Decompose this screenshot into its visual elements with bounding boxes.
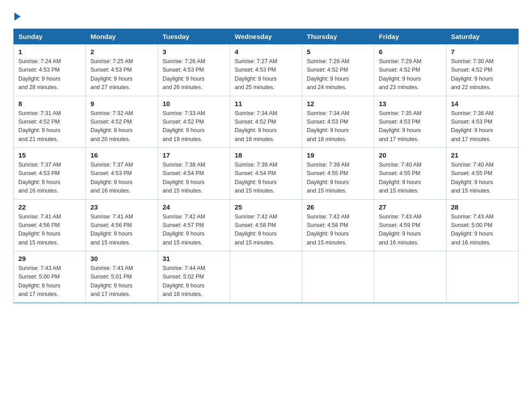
day-info: Sunrise: 7:27 AMSunset: 4:53 PMDaylight:… xyxy=(235,57,297,92)
day-info: Sunrise: 7:34 AMSunset: 4:52 PMDaylight:… xyxy=(235,109,297,144)
calendar-header-row: SundayMondayTuesdayWednesdayThursdayFrid… xyxy=(14,29,519,44)
calendar-cell: 7Sunrise: 7:30 AMSunset: 4:52 PMDaylight… xyxy=(446,44,519,96)
day-info: Sunrise: 7:28 AMSunset: 4:52 PMDaylight:… xyxy=(307,57,369,92)
day-number: 8 xyxy=(18,100,81,107)
calendar-week-row: 8Sunrise: 7:31 AMSunset: 4:52 PMDaylight… xyxy=(14,96,519,148)
day-info: Sunrise: 7:31 AMSunset: 4:52 PMDaylight:… xyxy=(18,109,81,144)
day-number: 11 xyxy=(235,100,297,107)
calendar-cell: 30Sunrise: 7:43 AMSunset: 5:01 PMDayligh… xyxy=(86,251,158,303)
day-number: 12 xyxy=(307,100,369,107)
day-info: Sunrise: 7:43 AMSunset: 5:01 PMDaylight:… xyxy=(90,264,153,299)
day-info: Sunrise: 7:42 AMSunset: 4:57 PMDaylight:… xyxy=(163,213,225,248)
day-info: Sunrise: 7:38 AMSunset: 4:54 PMDaylight:… xyxy=(163,161,225,196)
day-number: 24 xyxy=(163,203,225,211)
weekday-header-sunday: Sunday xyxy=(14,29,86,44)
day-number: 9 xyxy=(90,100,153,107)
day-number: 20 xyxy=(379,151,442,159)
logo xyxy=(13,9,21,21)
calendar-cell: 27Sunrise: 7:43 AMSunset: 4:59 PMDayligh… xyxy=(374,199,446,251)
day-info: Sunrise: 7:39 AMSunset: 4:54 PMDaylight:… xyxy=(235,161,297,196)
day-number: 26 xyxy=(307,203,369,211)
calendar-cell: 11Sunrise: 7:34 AMSunset: 4:52 PMDayligh… xyxy=(230,96,302,148)
day-info: Sunrise: 7:44 AMSunset: 5:02 PMDaylight:… xyxy=(163,264,225,299)
day-number: 7 xyxy=(451,48,514,56)
calendar-cell: 31Sunrise: 7:44 AMSunset: 5:02 PMDayligh… xyxy=(158,251,230,303)
calendar-cell: 28Sunrise: 7:43 AMSunset: 5:00 PMDayligh… xyxy=(446,199,519,251)
day-number: 17 xyxy=(163,151,225,159)
calendar-cell: 16Sunrise: 7:37 AMSunset: 4:53 PMDayligh… xyxy=(86,148,158,200)
day-number: 15 xyxy=(18,151,81,159)
calendar-cell: 13Sunrise: 7:35 AMSunset: 4:53 PMDayligh… xyxy=(374,96,446,148)
day-info: Sunrise: 7:41 AMSunset: 4:56 PMDaylight:… xyxy=(18,213,81,248)
calendar-cell xyxy=(302,251,374,303)
calendar-cell: 6Sunrise: 7:29 AMSunset: 4:52 PMDaylight… xyxy=(374,44,446,96)
weekday-header-thursday: Thursday xyxy=(302,29,374,44)
day-info: Sunrise: 7:43 AMSunset: 5:00 PMDaylight:… xyxy=(451,213,514,248)
calendar-cell xyxy=(230,251,302,303)
calendar-week-row: 15Sunrise: 7:37 AMSunset: 4:53 PMDayligh… xyxy=(14,148,519,200)
day-info: Sunrise: 7:26 AMSunset: 4:53 PMDaylight:… xyxy=(163,57,225,92)
calendar-cell: 1Sunrise: 7:24 AMSunset: 4:53 PMDaylight… xyxy=(14,44,86,96)
calendar-cell: 9Sunrise: 7:32 AMSunset: 4:52 PMDaylight… xyxy=(86,96,158,148)
calendar-cell xyxy=(374,251,446,303)
calendar-cell: 23Sunrise: 7:41 AMSunset: 4:56 PMDayligh… xyxy=(86,199,158,251)
day-info: Sunrise: 7:34 AMSunset: 4:53 PMDaylight:… xyxy=(307,109,369,144)
day-number: 16 xyxy=(90,151,153,159)
day-number: 22 xyxy=(18,203,81,211)
day-number: 31 xyxy=(163,255,225,262)
day-number: 30 xyxy=(90,255,153,262)
day-number: 5 xyxy=(307,48,369,56)
calendar-cell: 17Sunrise: 7:38 AMSunset: 4:54 PMDayligh… xyxy=(158,148,230,200)
calendar-cell: 21Sunrise: 7:40 AMSunset: 4:55 PMDayligh… xyxy=(446,148,519,200)
calendar-cell: 3Sunrise: 7:26 AMSunset: 4:53 PMDaylight… xyxy=(158,44,230,96)
day-info: Sunrise: 7:36 AMSunset: 4:53 PMDaylight:… xyxy=(451,109,514,144)
day-number: 13 xyxy=(379,100,442,107)
calendar-cell: 2Sunrise: 7:25 AMSunset: 4:53 PMDaylight… xyxy=(86,44,158,96)
calendar-cell: 5Sunrise: 7:28 AMSunset: 4:52 PMDaylight… xyxy=(302,44,374,96)
day-number: 28 xyxy=(451,203,514,211)
day-number: 3 xyxy=(163,48,225,56)
day-info: Sunrise: 7:43 AMSunset: 5:00 PMDaylight:… xyxy=(18,264,81,299)
calendar-cell: 26Sunrise: 7:42 AMSunset: 4:58 PMDayligh… xyxy=(302,199,374,251)
weekday-header-wednesday: Wednesday xyxy=(230,29,302,44)
day-info: Sunrise: 7:30 AMSunset: 4:52 PMDaylight:… xyxy=(451,57,514,92)
page-header xyxy=(13,9,519,21)
day-number: 10 xyxy=(163,100,225,107)
weekday-header-monday: Monday xyxy=(86,29,158,44)
calendar-cell xyxy=(446,251,519,303)
calendar-cell: 19Sunrise: 7:39 AMSunset: 4:55 PMDayligh… xyxy=(302,148,374,200)
day-info: Sunrise: 7:43 AMSunset: 4:59 PMDaylight:… xyxy=(379,213,442,248)
day-info: Sunrise: 7:42 AMSunset: 4:58 PMDaylight:… xyxy=(307,213,369,248)
calendar-cell: 29Sunrise: 7:43 AMSunset: 5:00 PMDayligh… xyxy=(14,251,86,303)
calendar-cell: 15Sunrise: 7:37 AMSunset: 4:53 PMDayligh… xyxy=(14,148,86,200)
day-number: 4 xyxy=(235,48,297,56)
weekday-header-tuesday: Tuesday xyxy=(158,29,230,44)
day-number: 29 xyxy=(18,255,81,262)
day-info: Sunrise: 7:35 AMSunset: 4:53 PMDaylight:… xyxy=(379,109,442,144)
day-info: Sunrise: 7:24 AMSunset: 4:53 PMDaylight:… xyxy=(18,57,81,92)
day-number: 6 xyxy=(379,48,442,56)
calendar-week-row: 1Sunrise: 7:24 AMSunset: 4:53 PMDaylight… xyxy=(14,44,519,96)
day-info: Sunrise: 7:42 AMSunset: 4:58 PMDaylight:… xyxy=(235,213,297,248)
logo-triangle-icon xyxy=(14,13,21,21)
calendar-cell: 4Sunrise: 7:27 AMSunset: 4:53 PMDaylight… xyxy=(230,44,302,96)
calendar-cell: 22Sunrise: 7:41 AMSunset: 4:56 PMDayligh… xyxy=(14,199,86,251)
day-info: Sunrise: 7:37 AMSunset: 4:53 PMDaylight:… xyxy=(18,161,81,196)
day-number: 2 xyxy=(90,48,153,56)
calendar-cell: 25Sunrise: 7:42 AMSunset: 4:58 PMDayligh… xyxy=(230,199,302,251)
day-info: Sunrise: 7:29 AMSunset: 4:52 PMDaylight:… xyxy=(379,57,442,92)
day-info: Sunrise: 7:32 AMSunset: 4:52 PMDaylight:… xyxy=(90,109,153,144)
calendar-table: SundayMondayTuesdayWednesdayThursdayFrid… xyxy=(13,29,519,303)
calendar-week-row: 22Sunrise: 7:41 AMSunset: 4:56 PMDayligh… xyxy=(14,199,519,251)
calendar-week-row: 29Sunrise: 7:43 AMSunset: 5:00 PMDayligh… xyxy=(14,251,519,303)
calendar-cell: 24Sunrise: 7:42 AMSunset: 4:57 PMDayligh… xyxy=(158,199,230,251)
day-number: 23 xyxy=(90,203,153,211)
calendar-cell: 8Sunrise: 7:31 AMSunset: 4:52 PMDaylight… xyxy=(14,96,86,148)
weekday-header-friday: Friday xyxy=(374,29,446,44)
day-info: Sunrise: 7:25 AMSunset: 4:53 PMDaylight:… xyxy=(90,57,153,92)
day-number: 1 xyxy=(18,48,81,56)
calendar-cell: 20Sunrise: 7:40 AMSunset: 4:55 PMDayligh… xyxy=(374,148,446,200)
day-info: Sunrise: 7:33 AMSunset: 4:52 PMDaylight:… xyxy=(163,109,225,144)
day-number: 18 xyxy=(235,151,297,159)
day-info: Sunrise: 7:39 AMSunset: 4:55 PMDaylight:… xyxy=(307,161,369,196)
